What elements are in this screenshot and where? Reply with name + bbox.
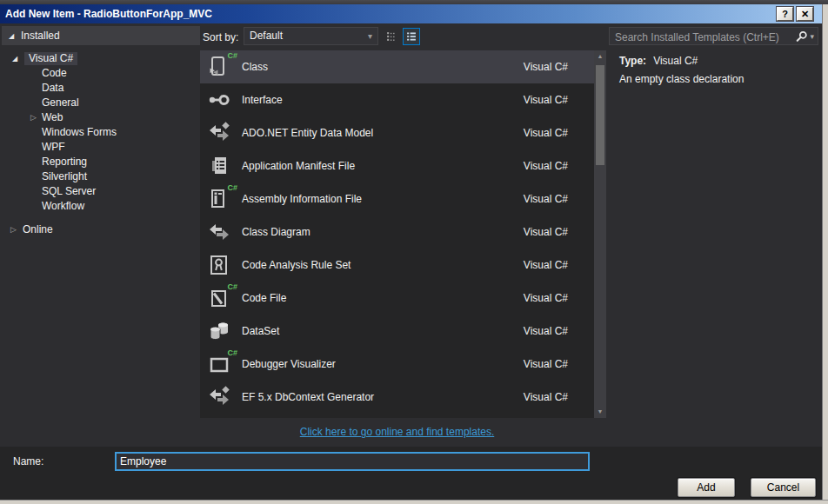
search-button[interactable]: ▾	[787, 28, 817, 44]
debugger-visualizer-icon: C#	[207, 352, 231, 376]
chevron-right-icon[interactable]: ▷	[10, 222, 23, 237]
sidebar-item[interactable]: Windows Forms	[0, 125, 198, 140]
sort-by-value: Default	[250, 30, 283, 42]
template-language: Visual C#	[524, 249, 568, 282]
csharp-badge: C#	[227, 282, 237, 291]
template-list-item[interactable]: ADO.NET Entity Data Model Visual C#	[200, 116, 594, 149]
sidebar-item-label: Silverlight	[42, 170, 87, 182]
template-list-item[interactable]: Interface Visual C#	[200, 83, 594, 116]
template-name: Debugger Visualizer	[242, 348, 336, 381]
sidebar-item[interactable]: Reporting	[0, 155, 198, 169]
go-online-link[interactable]: Click here to go online and find templat…	[300, 426, 494, 438]
view-mode-button[interactable]	[403, 28, 420, 45]
triangle-expanded-icon[interactable]: ◢	[12, 55, 24, 63]
assembly-information-icon: C#	[207, 187, 231, 211]
sort-by-dropdown[interactable]: Default ▾	[244, 27, 378, 45]
close-button[interactable]: ✕	[797, 7, 813, 21]
scroll-up-icon[interactable]: ▲	[594, 50, 606, 63]
online-label: Online	[23, 223, 53, 235]
sidebar-item-visual-csharp[interactable]: ◢ Visual C#	[0, 51, 198, 66]
sidebar-item-label: Windows Forms	[42, 126, 117, 138]
template-name: Class	[242, 50, 268, 83]
small-icons-view-icon	[385, 30, 397, 43]
template-name: Code Analysis Rule Set	[242, 249, 351, 282]
template-list-item[interactable]: C# Class Visual C#	[200, 50, 594, 83]
sort-by-label: Sort by:	[203, 30, 238, 45]
sidebar-item-label: SQL Server	[42, 185, 96, 197]
sidebar-root-label: Visual C#	[24, 52, 77, 65]
template-language: Visual C#	[524, 182, 568, 216]
sidebar-item[interactable]: Data	[0, 81, 198, 96]
template-name: Assembly Information File	[242, 182, 362, 216]
name-label: Name:	[13, 455, 43, 468]
sidebar-item[interactable]: Silverlight	[0, 169, 198, 184]
triangle-expanded-icon[interactable]: ◢	[9, 32, 21, 40]
search-input[interactable]	[613, 29, 789, 45]
sidebar-item-label: WPF	[42, 141, 65, 153]
sidebar-item[interactable]: Code	[0, 66, 198, 81]
template-name: Code File	[242, 282, 286, 315]
template-list-item[interactable]: C# Code File Visual C#	[200, 282, 594, 315]
scroll-down-icon[interactable]: ▼	[594, 406, 606, 418]
template-list-item[interactable]: C# Assembly Information File Visual C#	[200, 182, 594, 216]
titlebar[interactable]: Add New Item - RadioButtonForApp_MVC	[0, 4, 822, 23]
template-language: Visual C#	[524, 116, 568, 149]
name-input[interactable]	[115, 452, 590, 471]
template-name: Application Manifest File	[242, 149, 355, 182]
csharp-badge: C#	[227, 348, 237, 357]
template-list-item[interactable]: Class Diagram Visual C#	[200, 216, 594, 249]
dataset-icon	[207, 319, 231, 343]
template-list-item[interactable]: Code Analysis Rule Set Visual C#	[200, 249, 594, 282]
template-list-item[interactable]: DataSet Visual C#	[200, 315, 594, 348]
sidebar-item[interactable]: General	[0, 96, 198, 110]
chevron-right-icon[interactable]: ▷	[30, 110, 41, 125]
entity-data-model-icon	[207, 121, 231, 145]
code-file-icon: C#	[207, 286, 231, 310]
view-mode-button[interactable]	[383, 28, 400, 45]
add-button[interactable]: Add	[678, 478, 735, 497]
template-language: Visual C#	[524, 83, 568, 116]
template-list-item[interactable]: C# Debugger Visualizer Visual C#	[200, 348, 594, 381]
template-description: An empty class declaration	[619, 73, 744, 85]
sidebar-item-label: Code	[42, 67, 67, 79]
online-link-row: Click here to go online and find templat…	[200, 426, 594, 438]
template-list-item[interactable]: EF 5.x DbContext Generator Visual C#	[200, 381, 594, 414]
list-scrollbar[interactable]: ▲ ▼	[594, 50, 606, 418]
template-language: Visual C#	[524, 348, 568, 381]
template-name: EF 5.x DbContext Generator	[242, 381, 374, 414]
csharp-badge: C#	[227, 183, 237, 192]
template-list-item[interactable]: Application Manifest File Visual C#	[200, 149, 594, 182]
csharp-badge: C#	[227, 51, 237, 60]
template-language: Visual C#	[524, 282, 568, 315]
scrollbar-thumb[interactable]	[596, 65, 604, 165]
sidebar-item-label: Reporting	[42, 156, 87, 168]
template-type-row: Type:Visual C#	[619, 55, 698, 67]
sidebar-item-label: Web	[42, 111, 63, 123]
list-view-icon	[405, 30, 417, 43]
sidebar-item-label: Workflow	[42, 200, 84, 212]
sidebar-item[interactable]: ▷ Web	[0, 110, 198, 125]
search-box: ▾	[609, 27, 818, 45]
class-diagram-icon	[207, 220, 231, 244]
type-label: Type:	[619, 55, 646, 67]
help-button[interactable]: ?	[777, 7, 793, 21]
sidebar-category-list: Code Data General ▷ Web Windows Forms	[0, 66, 198, 214]
code-analysis-rule-set-icon	[207, 253, 231, 277]
application-manifest-icon	[207, 154, 231, 178]
sidebar-item[interactable]: SQL Server	[0, 184, 198, 199]
window-border-right	[822, 4, 828, 500]
sidebar-item-label: Data	[42, 82, 63, 94]
cancel-button[interactable]: Cancel	[751, 478, 816, 497]
sidebar-item[interactable]: Workflow	[0, 199, 198, 214]
installed-header-label: Installed	[21, 30, 60, 42]
installed-section-header[interactable]: ◢ Installed	[2, 26, 200, 45]
sidebar-item-online[interactable]: ▷ Online	[0, 222, 198, 237]
template-name: Interface	[242, 83, 283, 116]
template-language: Visual C#	[524, 315, 568, 348]
sidebar-item-label: General	[42, 96, 79, 109]
sidebar-item[interactable]: WPF	[0, 140, 198, 155]
template-list: C# Class Visual C# Interface Visual C#	[200, 50, 594, 418]
chevron-down-icon: ▾	[810, 32, 814, 41]
window-border-bottom	[0, 500, 828, 504]
interface-icon	[207, 88, 231, 112]
